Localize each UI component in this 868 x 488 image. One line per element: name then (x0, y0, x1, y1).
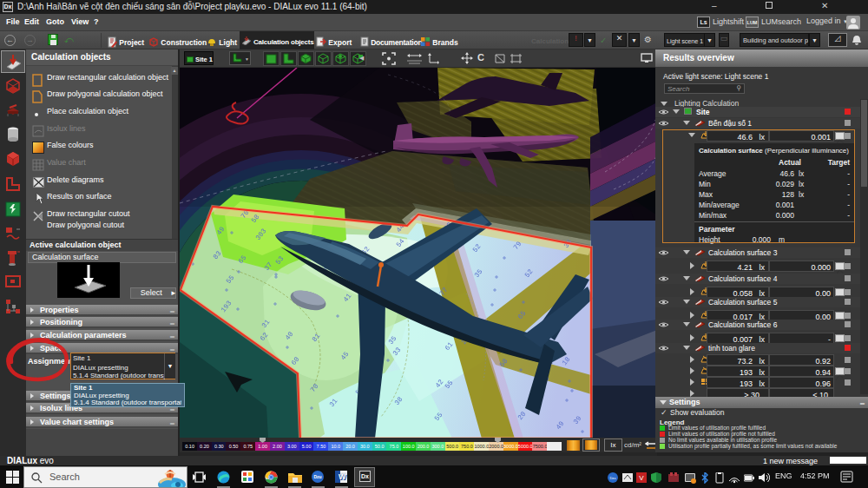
svg-text:V: V (639, 474, 644, 482)
svg-text:Dzu: Dzu (609, 476, 615, 480)
